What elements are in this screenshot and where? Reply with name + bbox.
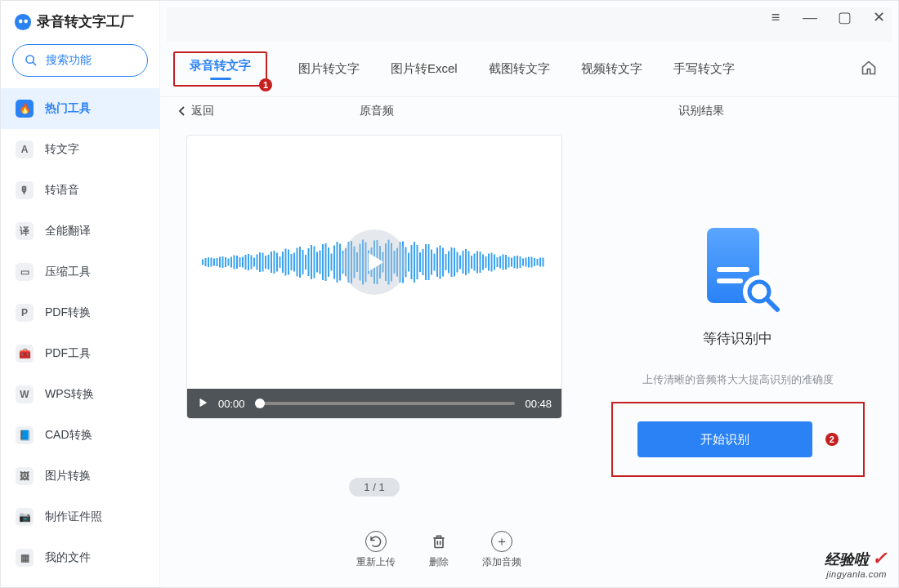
sidebar-item-cad[interactable]: 📘CAD转换: [1, 415, 159, 456]
play-small-icon: [197, 397, 208, 408]
audio-preview: 00:00 00:48: [186, 135, 562, 419]
time-current: 00:00: [218, 398, 245, 410]
undo-icon: [365, 531, 387, 552]
sidebar-item-label: 转文字: [45, 142, 79, 157]
trash-icon: [428, 531, 450, 552]
svg-point-2: [24, 19, 28, 23]
minimize-button[interactable]: —: [798, 6, 821, 29]
sidebar-item-wps[interactable]: WWPS转换: [1, 374, 159, 415]
svg-rect-126: [717, 267, 749, 272]
compress-icon: ▭: [16, 263, 34, 281]
sidebar-item-label: 压缩工具: [45, 265, 91, 279]
tab-image-to-excel[interactable]: 图片转Excel: [391, 61, 458, 77]
sidebar-item-label: PDF转换: [45, 305, 91, 320]
status-title: 等待识别中: [703, 329, 772, 348]
play-button[interactable]: [197, 397, 208, 411]
action-label: 重新上传: [356, 555, 396, 569]
origin-audio-label: 原音频: [214, 104, 539, 118]
callout-2: 2: [825, 433, 839, 446]
start-highlight-box: 开始识别 2: [611, 402, 865, 477]
sidebar: 录音转文字工厂 搜索功能 🔥热门工具 A转文字 🎙转语音 译全能翻译 ▭压缩工具…: [1, 1, 160, 587]
maximize-button[interactable]: ▢: [833, 6, 856, 29]
close-button[interactable]: ✕: [867, 6, 890, 29]
tab-screenshot-to-text[interactable]: 截图转文字: [489, 61, 550, 77]
watermark-url: jingyanla.com: [825, 569, 887, 579]
id-photo-icon: 📷: [16, 508, 34, 526]
seek-thumb[interactable]: [255, 399, 265, 408]
seek-track[interactable]: [255, 402, 516, 405]
svg-rect-131: [435, 538, 443, 548]
sidebar-item-hot-tools[interactable]: 🔥热门工具: [1, 88, 159, 129]
tab-image-to-text[interactable]: 图片转文字: [298, 61, 360, 77]
sidebar-item-pdf-convert[interactable]: PPDF转换: [1, 292, 159, 333]
image-icon: 🖼: [16, 467, 34, 485]
sidebar-item-label: 我的文件: [45, 550, 91, 565]
translate-icon: 译: [16, 222, 34, 240]
tab-audio-to-text-highlight: 录音转文字 1: [173, 51, 267, 87]
svg-line-4: [33, 62, 36, 65]
main: ≡ — ▢ ✕ 录音转文字 1 图片转文字 图片转Excel 截图转文字 视频转…: [160, 1, 898, 587]
result-pane: 等待识别中 上传清晰的音频将大大提高识别的准确度 开始识别 2: [595, 135, 880, 512]
sidebar-item-label: 热门工具: [45, 101, 91, 116]
audio-pane: 00:00 00:48 1 / 1: [178, 135, 570, 512]
callout-1: 1: [259, 78, 272, 91]
home-icon[interactable]: [861, 60, 877, 79]
sidebar-item-label: 制作证件照: [45, 510, 102, 524]
subheader: 返回 原音频 识别结果: [160, 97, 898, 122]
player-bar: 00:00 00:48: [187, 389, 561, 418]
toolbox-icon: 🧰: [16, 345, 34, 363]
watermark-text: 经验啦: [825, 550, 869, 569]
action-label: 添加音频: [482, 555, 521, 569]
back-button[interactable]: 返回: [178, 104, 214, 118]
start-recognize-button[interactable]: 开始识别: [637, 421, 812, 457]
menu-icon[interactable]: ≡: [764, 6, 787, 29]
sidebar-item-translate[interactable]: 译全能翻译: [1, 211, 159, 252]
result-label: 识别结果: [539, 104, 865, 118]
wps-w-icon: W: [16, 385, 34, 403]
tab-video-to-text[interactable]: 视频转文字: [581, 61, 642, 77]
add-audio-button[interactable]: ＋ 添加音频: [482, 531, 521, 569]
sidebar-item-pdf-tools[interactable]: 🧰PDF工具: [1, 333, 159, 374]
text-a-icon: A: [16, 140, 34, 158]
sidebar-item-label: 全能翻译: [45, 224, 91, 238]
svg-rect-127: [717, 278, 743, 283]
svg-point-0: [15, 13, 31, 29]
sidebar-item-compress[interactable]: ▭压缩工具: [1, 252, 159, 292]
svg-point-3: [26, 56, 34, 63]
delete-button[interactable]: 删除: [428, 531, 450, 569]
sidebar-item-label: 转语音: [45, 183, 79, 198]
sidebar-item-image-convert[interactable]: 🖼图片转换: [1, 456, 159, 497]
files-icon: ▦: [16, 549, 34, 567]
sidebar-item-to-audio[interactable]: 🎙转语音: [1, 170, 159, 211]
tab-handwriting-to-text[interactable]: 手写转文字: [673, 61, 735, 77]
pager: 1 / 1: [349, 478, 399, 497]
action-label: 删除: [429, 555, 449, 569]
watermark: 经验啦✓ jingyanla.com: [825, 548, 887, 579]
waveform: [187, 136, 561, 389]
sidebar-nav: 🔥热门工具 A转文字 🎙转语音 译全能翻译 ▭压缩工具 PPDF转换 🧰PDF工…: [1, 85, 159, 587]
sidebar-item-my-files[interactable]: ▦我的文件: [1, 537, 159, 578]
play-overlay-button[interactable]: [342, 229, 407, 295]
flame-icon: 🔥: [16, 100, 34, 118]
search-placeholder: 搜索功能: [46, 53, 92, 68]
time-total: 00:48: [525, 398, 552, 410]
plus-circle-icon: ＋: [491, 531, 512, 552]
pdf-p-icon: P: [16, 304, 34, 322]
svg-point-1: [19, 19, 23, 23]
check-icon: ✓: [872, 548, 887, 569]
mic-icon: 🎙: [16, 181, 34, 199]
reupload-button[interactable]: 重新上传: [356, 531, 396, 569]
play-icon: [360, 248, 388, 276]
sidebar-item-id-photo[interactable]: 📷制作证件照: [1, 497, 159, 537]
sidebar-item-label: 图片转换: [45, 469, 91, 483]
sidebar-item-to-text[interactable]: A转文字: [1, 129, 159, 170]
tab-audio-to-text[interactable]: 录音转文字: [190, 58, 251, 72]
status-hint: 上传清晰的音频将大大提高识别的准确度: [642, 372, 834, 387]
sidebar-item-label: CAD转换: [45, 428, 92, 443]
app-logo-icon: [14, 13, 32, 31]
back-label: 返回: [191, 104, 214, 118]
window-controls: ≡ — ▢ ✕: [764, 6, 890, 29]
search-input[interactable]: 搜索功能: [12, 44, 148, 77]
sidebar-item-label: WPS转换: [45, 387, 94, 402]
app-title: 录音转文字工厂: [37, 12, 134, 31]
